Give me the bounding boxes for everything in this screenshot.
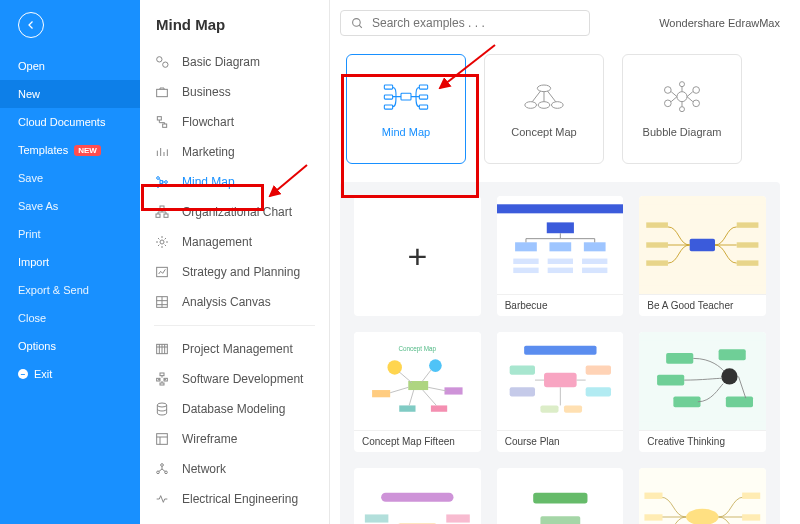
- type-card-bubble-diagram[interactable]: Bubble Diagram: [622, 54, 742, 164]
- category-icon: [154, 174, 170, 190]
- template-card-blank[interactable]: +: [354, 196, 481, 316]
- category-item-software-development[interactable]: Software Development: [140, 364, 329, 394]
- svg-rect-51: [584, 242, 606, 251]
- svg-rect-102: [645, 493, 663, 499]
- nav-item-templates[interactable]: TemplatesNEW: [0, 136, 140, 164]
- new-badge: NEW: [74, 145, 101, 156]
- category-item-flowchart[interactable]: Flowchart: [140, 107, 329, 137]
- template-card-course-plan[interactable]: Course Plan: [497, 332, 624, 452]
- category-item-database-modeling[interactable]: Database Modeling: [140, 394, 329, 424]
- svg-point-36: [537, 85, 550, 92]
- svg-rect-73: [431, 405, 447, 411]
- nav-item-close[interactable]: Close: [0, 304, 140, 332]
- category-item-network[interactable]: Network: [140, 454, 329, 484]
- svg-rect-93: [446, 514, 470, 522]
- template-card-barbecue[interactable]: Barbecue: [497, 196, 624, 316]
- svg-rect-81: [564, 405, 582, 412]
- category-item-basic-diagram[interactable]: Basic Diagram: [140, 47, 329, 77]
- back-button[interactable]: [18, 12, 44, 38]
- category-item-strategy-and-planning[interactable]: Strategy and Planning: [140, 257, 329, 287]
- nav-item-cloud-documents[interactable]: Cloud Documents: [0, 108, 140, 136]
- svg-rect-60: [647, 222, 669, 227]
- svg-rect-9: [160, 206, 164, 209]
- template-card-concept-map-fifteen[interactable]: Concept MapConcept Map Fifteen: [354, 332, 481, 452]
- brand-label: Wondershare EdrawMax: [659, 17, 780, 29]
- svg-rect-105: [742, 493, 760, 499]
- nav-item-open[interactable]: Open: [0, 52, 140, 80]
- type-label: Bubble Diagram: [643, 126, 722, 138]
- svg-rect-31: [384, 95, 392, 99]
- type-icon: [381, 80, 431, 116]
- template-card-blank[interactable]: [354, 468, 481, 524]
- category-item-electrical-engineering[interactable]: Electrical Engineering: [140, 484, 329, 514]
- svg-rect-16: [160, 373, 164, 376]
- category-item-marketing[interactable]: Marketing: [140, 137, 329, 167]
- type-label: Mind Map: [382, 126, 430, 138]
- svg-rect-65: [737, 260, 759, 265]
- svg-rect-2: [157, 89, 168, 96]
- category-item-wireframe[interactable]: Wireframe: [140, 424, 329, 454]
- svg-rect-35: [419, 105, 427, 109]
- type-card-concept-map[interactable]: Concept Map: [484, 54, 604, 164]
- nav-item-print[interactable]: Print: [0, 220, 140, 248]
- nav-item-export-&-send[interactable]: Export & Send: [0, 276, 140, 304]
- template-label: Concept Map Fifteen: [354, 430, 481, 452]
- nav-item-save[interactable]: Save: [0, 164, 140, 192]
- svg-rect-62: [647, 260, 669, 265]
- svg-point-44: [693, 100, 700, 107]
- nav-item-label: Options: [18, 340, 56, 352]
- category-item-analysis-canvas[interactable]: Analysis Canvas: [140, 287, 329, 317]
- search-box[interactable]: [340, 10, 590, 36]
- template-thumb: [639, 196, 766, 294]
- svg-point-28: [353, 18, 361, 26]
- nav-item-label: Close: [18, 312, 46, 324]
- nav-item-options[interactable]: Options: [0, 332, 140, 360]
- template-card-blank[interactable]: [497, 468, 624, 524]
- search-icon: [351, 17, 364, 30]
- category-label: Strategy and Planning: [182, 265, 300, 279]
- template-card-how-to-use-mind-map[interactable]: How To Use Mind Map: [639, 468, 766, 524]
- svg-point-45: [679, 82, 684, 87]
- category-icon: [154, 401, 170, 417]
- category-item-mind-map[interactable]: Mind Map: [140, 167, 329, 197]
- category-icon: [154, 84, 170, 100]
- template-thumb: +: [354, 196, 481, 316]
- template-thumb: Concept Map: [354, 332, 481, 430]
- category-label: Business: [182, 85, 231, 99]
- category-icon: [154, 294, 170, 310]
- svg-point-39: [551, 102, 563, 109]
- svg-rect-89: [381, 493, 453, 502]
- svg-point-38: [538, 102, 550, 109]
- svg-point-46: [679, 107, 684, 112]
- template-thumb: [639, 332, 766, 430]
- svg-rect-78: [585, 366, 610, 375]
- type-card-mind-map[interactable]: Mind Map: [346, 54, 466, 164]
- category-label: Wireframe: [182, 432, 237, 446]
- nav-item-save-as[interactable]: Save As: [0, 192, 140, 220]
- nav-item-new[interactable]: New: [0, 80, 140, 108]
- svg-rect-54: [582, 259, 607, 264]
- category-label: Database Modeling: [182, 402, 285, 416]
- svg-point-22: [161, 464, 164, 467]
- category-icon: [154, 114, 170, 130]
- sidebar-nav: OpenNewCloud DocumentsTemplatesNEWSaveSa…: [0, 0, 140, 524]
- search-input[interactable]: [372, 16, 579, 30]
- svg-rect-61: [647, 242, 669, 247]
- nav-item-label: Exit: [34, 368, 52, 380]
- svg-rect-84: [666, 353, 693, 364]
- svg-rect-91: [365, 514, 389, 522]
- svg-rect-19: [160, 383, 164, 385]
- nav-item-exit[interactable]: −Exit: [0, 360, 140, 388]
- svg-rect-63: [737, 222, 759, 227]
- category-item-industrial-engineering[interactable]: Industrial Engineering: [140, 514, 329, 517]
- template-card-be-a-good-teacher[interactable]: Be A Good Teacher: [639, 196, 766, 316]
- nav-item-import[interactable]: Import: [0, 248, 140, 276]
- category-item-management[interactable]: Management: [140, 227, 329, 257]
- svg-rect-3: [157, 117, 161, 120]
- category-item-business[interactable]: Business: [140, 77, 329, 107]
- svg-rect-95: [533, 493, 587, 504]
- template-card-creative-thinking[interactable]: Creative Thinking: [639, 332, 766, 452]
- category-item-organizational-chart[interactable]: Organizational Chart: [140, 197, 329, 227]
- category-item-project-management[interactable]: Project Management: [140, 334, 329, 364]
- svg-rect-21: [157, 434, 168, 445]
